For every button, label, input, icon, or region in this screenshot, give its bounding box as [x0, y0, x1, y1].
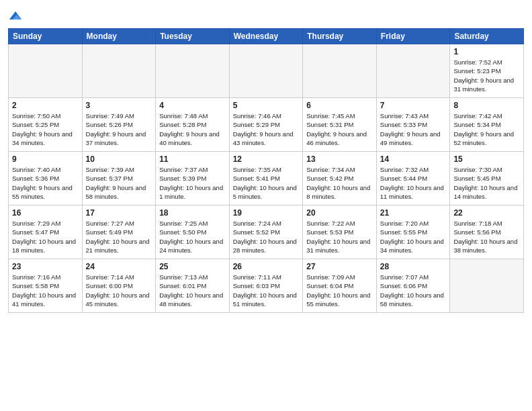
calendar-cell: 2Sunrise: 7:50 AM Sunset: 5:25 PM Daylig… [9, 98, 83, 152]
day-number: 6 [306, 101, 373, 110]
day-number: 10 [86, 154, 152, 164]
calendar-cell [450, 259, 524, 313]
day-number: 9 [12, 154, 79, 164]
calendar-cell: 10Sunrise: 7:39 AM Sunset: 5:37 PM Dayli… [82, 152, 156, 205]
calendar-cell: 8Sunrise: 7:42 AM Sunset: 5:34 PM Daylig… [450, 98, 524, 152]
day-detail: Sunrise: 7:40 AM Sunset: 5:36 PM Dayligh… [12, 165, 79, 201]
day-number: 20 [306, 208, 373, 218]
day-number: 18 [159, 208, 226, 218]
weekday-header-row: SundayMondayTuesdayWednesdayThursdayFrid… [9, 29, 524, 44]
weekday-header-tuesday: Tuesday [156, 29, 230, 44]
day-detail: Sunrise: 7:46 AM Sunset: 5:29 PM Dayligh… [233, 111, 300, 147]
day-detail: Sunrise: 7:11 AM Sunset: 6:03 PM Dayligh… [233, 273, 300, 308]
calendar-page: SundayMondayTuesdayWednesdayThursdayFrid… [0, 0, 532, 411]
day-detail: Sunrise: 7:34 AM Sunset: 5:42 PM Dayligh… [306, 165, 373, 201]
weekday-header-thursday: Thursday [303, 29, 377, 44]
day-detail: Sunrise: 7:13 AM Sunset: 6:01 PM Dayligh… [159, 273, 226, 308]
calendar-cell: 28Sunrise: 7:07 AM Sunset: 6:06 PM Dayli… [376, 259, 450, 313]
week-row-5: 23Sunrise: 7:16 AM Sunset: 5:58 PM Dayli… [9, 259, 524, 313]
day-number: 16 [12, 208, 79, 218]
calendar-cell: 24Sunrise: 7:14 AM Sunset: 6:00 PM Dayli… [82, 259, 156, 313]
calendar-cell: 5Sunrise: 7:46 AM Sunset: 5:29 PM Daylig… [229, 98, 303, 152]
calendar-cell [82, 44, 156, 98]
calendar-cell: 12Sunrise: 7:35 AM Sunset: 5:41 PM Dayli… [229, 152, 303, 205]
day-detail: Sunrise: 7:43 AM Sunset: 5:33 PM Dayligh… [380, 111, 447, 147]
day-detail: Sunrise: 7:42 AM Sunset: 5:34 PM Dayligh… [453, 111, 520, 147]
calendar-cell: 15Sunrise: 7:30 AM Sunset: 5:45 PM Dayli… [450, 152, 524, 205]
day-number: 4 [159, 101, 226, 110]
day-detail: Sunrise: 7:18 AM Sunset: 5:56 PM Dayligh… [453, 219, 520, 255]
day-detail: Sunrise: 7:16 AM Sunset: 5:58 PM Dayligh… [12, 273, 79, 308]
calendar-cell: 21Sunrise: 7:20 AM Sunset: 5:55 PM Dayli… [376, 205, 450, 259]
week-row-2: 2Sunrise: 7:50 AM Sunset: 5:25 PM Daylig… [9, 98, 524, 152]
week-row-4: 16Sunrise: 7:29 AM Sunset: 5:47 PM Dayli… [9, 205, 524, 259]
day-number: 14 [380, 154, 447, 164]
calendar-cell: 22Sunrise: 7:18 AM Sunset: 5:56 PM Dayli… [450, 205, 524, 259]
day-number: 5 [233, 101, 300, 110]
weekday-header-wednesday: Wednesday [229, 29, 303, 44]
day-number: 8 [453, 101, 520, 110]
calendar-cell: 1Sunrise: 7:52 AM Sunset: 5:23 PM Daylig… [450, 44, 524, 98]
day-detail: Sunrise: 7:32 AM Sunset: 5:44 PM Dayligh… [380, 165, 447, 201]
day-number: 13 [306, 154, 373, 164]
day-detail: Sunrise: 7:09 AM Sunset: 6:04 PM Dayligh… [306, 273, 373, 308]
calendar-cell: 16Sunrise: 7:29 AM Sunset: 5:47 PM Dayli… [9, 205, 83, 259]
day-detail: Sunrise: 7:30 AM Sunset: 5:45 PM Dayligh… [453, 165, 520, 201]
day-number: 11 [159, 154, 226, 164]
day-number: 24 [86, 262, 152, 271]
calendar-cell: 20Sunrise: 7:22 AM Sunset: 5:53 PM Dayli… [303, 205, 377, 259]
day-detail: Sunrise: 7:37 AM Sunset: 5:39 PM Dayligh… [159, 165, 226, 201]
calendar-table: SundayMondayTuesdayWednesdayThursdayFrid… [8, 28, 524, 313]
week-row-3: 9Sunrise: 7:40 AM Sunset: 5:36 PM Daylig… [9, 152, 524, 205]
calendar-cell: 4Sunrise: 7:48 AM Sunset: 5:28 PM Daylig… [156, 98, 230, 152]
day-number: 1 [453, 47, 520, 56]
day-number: 7 [380, 101, 447, 110]
logo [8, 9, 21, 24]
calendar-cell [229, 44, 303, 98]
calendar-cell [376, 44, 450, 98]
day-detail: Sunrise: 7:22 AM Sunset: 5:53 PM Dayligh… [306, 219, 373, 255]
logo-icon [9, 9, 21, 21]
day-detail: Sunrise: 7:24 AM Sunset: 5:52 PM Dayligh… [233, 219, 300, 255]
day-number: 26 [233, 262, 300, 271]
day-detail: Sunrise: 7:25 AM Sunset: 5:50 PM Dayligh… [159, 219, 226, 255]
calendar-cell: 9Sunrise: 7:40 AM Sunset: 5:36 PM Daylig… [9, 152, 83, 205]
day-number: 21 [380, 208, 447, 218]
calendar-cell: 3Sunrise: 7:49 AM Sunset: 5:26 PM Daylig… [82, 98, 156, 152]
calendar-cell [303, 44, 377, 98]
calendar-cell: 13Sunrise: 7:34 AM Sunset: 5:42 PM Dayli… [303, 152, 377, 205]
calendar-cell: 14Sunrise: 7:32 AM Sunset: 5:44 PM Dayli… [376, 152, 450, 205]
day-detail: Sunrise: 7:52 AM Sunset: 5:23 PM Dayligh… [453, 58, 520, 93]
calendar-cell [9, 44, 83, 98]
day-number: 23 [12, 262, 79, 271]
day-detail: Sunrise: 7:20 AM Sunset: 5:55 PM Dayligh… [380, 219, 447, 255]
day-detail: Sunrise: 7:49 AM Sunset: 5:26 PM Dayligh… [86, 111, 152, 147]
day-detail: Sunrise: 7:45 AM Sunset: 5:31 PM Dayligh… [306, 111, 373, 147]
day-number: 17 [86, 208, 152, 218]
weekday-header-saturday: Saturday [450, 29, 524, 44]
day-detail: Sunrise: 7:48 AM Sunset: 5:28 PM Dayligh… [159, 111, 226, 147]
day-detail: Sunrise: 7:39 AM Sunset: 5:37 PM Dayligh… [86, 165, 152, 201]
day-detail: Sunrise: 7:14 AM Sunset: 6:00 PM Dayligh… [86, 273, 152, 308]
calendar-cell: 27Sunrise: 7:09 AM Sunset: 6:04 PM Dayli… [303, 259, 377, 313]
calendar-cell: 19Sunrise: 7:24 AM Sunset: 5:52 PM Dayli… [229, 205, 303, 259]
day-detail: Sunrise: 7:50 AM Sunset: 5:25 PM Dayligh… [12, 111, 79, 147]
day-detail: Sunrise: 7:07 AM Sunset: 6:06 PM Dayligh… [380, 273, 447, 308]
week-row-1: 1Sunrise: 7:52 AM Sunset: 5:23 PM Daylig… [9, 44, 524, 98]
day-number: 15 [453, 154, 520, 164]
day-number: 28 [380, 262, 447, 271]
calendar-cell: 6Sunrise: 7:45 AM Sunset: 5:31 PM Daylig… [303, 98, 377, 152]
calendar-cell [156, 44, 230, 98]
weekday-header-sunday: Sunday [9, 29, 83, 44]
calendar-cell: 18Sunrise: 7:25 AM Sunset: 5:50 PM Dayli… [156, 205, 230, 259]
day-number: 19 [233, 208, 300, 218]
day-detail: Sunrise: 7:29 AM Sunset: 5:47 PM Dayligh… [12, 219, 79, 255]
day-detail: Sunrise: 7:27 AM Sunset: 5:49 PM Dayligh… [86, 219, 152, 255]
calendar-cell: 17Sunrise: 7:27 AM Sunset: 5:49 PM Dayli… [82, 205, 156, 259]
calendar-cell: 11Sunrise: 7:37 AM Sunset: 5:39 PM Dayli… [156, 152, 230, 205]
day-number: 27 [306, 262, 373, 271]
day-number: 3 [86, 101, 152, 110]
day-number: 2 [12, 101, 79, 110]
header [8, 7, 524, 24]
day-number: 12 [233, 154, 300, 164]
